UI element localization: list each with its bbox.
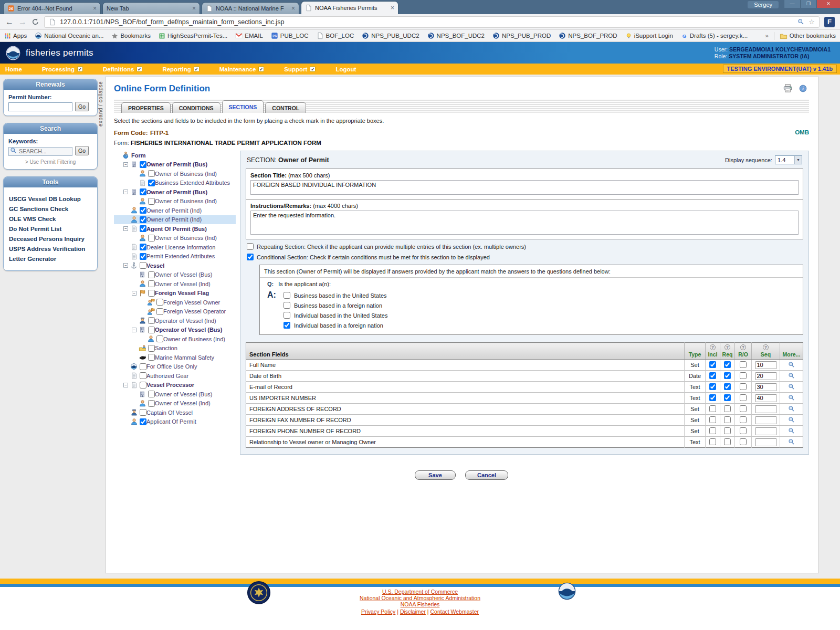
tree-node[interactable]: Owner of Business (Ind) <box>114 197 236 206</box>
tree-node[interactable]: Dealer License Information <box>114 243 236 252</box>
bookmark-item[interactable]: iSupport Login <box>625 33 673 39</box>
tree-expander-icon[interactable]: − <box>132 328 136 332</box>
tool-link[interactable]: USCG Vessel DB Lookup <box>9 196 92 202</box>
browser-tab[interactable]: NOAA :: National Marine F× <box>202 2 299 14</box>
bookmark-item[interactable]: NPS_BOF_PROD <box>559 32 617 39</box>
tree-checkbox[interactable] <box>148 391 155 397</box>
tree-checkbox[interactable] <box>140 216 146 223</box>
chrome-profile-button[interactable]: Sergey <box>748 1 779 8</box>
url-text[interactable]: 127.0.0.1:7101/NPS_BOF/bof_form_def/nps_… <box>60 18 794 26</box>
ro-checkbox[interactable] <box>740 438 747 445</box>
tree-node[interactable]: Owner of Vessel (Ind) <box>114 399 236 408</box>
field-more-icon[interactable] <box>788 372 795 379</box>
bookmark-star-icon[interactable]: ☆ <box>808 18 815 26</box>
address-bar[interactable]: 127.0.0.1:7101/NPS_BOF/bof_form_def/nps_… <box>44 16 820 28</box>
ro-checkbox[interactable] <box>740 416 747 423</box>
tree-node[interactable]: Owner of Business (Ind) <box>114 169 236 178</box>
bookmark-item[interactable]: NPS_PUB_PROD <box>492 32 551 39</box>
answer-option[interactable]: Business based in the United States <box>284 290 388 300</box>
extension-f-icon[interactable]: F <box>824 17 835 27</box>
footer-sub-link[interactable]: Disclaimer <box>400 608 426 615</box>
footer-sub-link[interactable]: Contact Webmaster <box>430 608 479 615</box>
nav-item-processing[interactable]: Processing✓ <box>42 66 83 72</box>
help-icon[interactable]: ? <box>710 344 716 350</box>
tree-checkbox[interactable] <box>148 235 155 242</box>
browser-tab[interactable]: New Tab× <box>102 2 200 14</box>
ro-checkbox[interactable] <box>740 394 747 401</box>
tool-link[interactable]: OLE VMS Check <box>9 216 92 222</box>
tree-node[interactable]: Captain Of Vessel <box>114 408 236 417</box>
answer-checkbox[interactable] <box>284 292 290 299</box>
seq-input[interactable] <box>755 438 776 446</box>
cancel-button[interactable]: Cancel <box>465 470 508 480</box>
tree-node[interactable]: Foreign Vessel Owner <box>114 298 236 307</box>
tree-checkbox[interactable] <box>140 225 146 232</box>
answer-option[interactable]: Individual based in the United States <box>284 310 388 320</box>
tree-checkbox[interactable] <box>140 262 146 269</box>
info-icon[interactable]: i <box>799 85 807 92</box>
bookmark-item[interactable]: Bookmarks <box>111 33 151 39</box>
tree-node[interactable]: Sanction <box>114 344 236 353</box>
tree-node[interactable]: Applicant Of Permit <box>114 417 236 427</box>
tree-node[interactable]: Authorized Gear <box>114 371 236 381</box>
tree-node[interactable]: Permit Extended Attributes <box>114 252 236 261</box>
browser-tab[interactable]: NOAA Fisheries Permits× <box>301 1 398 14</box>
nav-dropdown-icon[interactable]: ✓ <box>258 66 264 72</box>
tab-control[interactable]: CONTROL <box>265 102 306 113</box>
tab-close-icon[interactable]: × <box>391 5 394 11</box>
tree-checkbox[interactable] <box>140 409 146 416</box>
req-checkbox[interactable] <box>724 416 731 423</box>
footer-link[interactable]: National Oceanic and Atmospheric Adminis… <box>360 595 480 601</box>
maximize-button[interactable]: ❐ <box>800 0 816 8</box>
search-go-button[interactable]: Go <box>75 146 89 155</box>
tree-checkbox[interactable] <box>148 290 155 297</box>
tab-close-icon[interactable]: × <box>291 5 295 12</box>
tree-checkbox[interactable] <box>148 327 155 333</box>
field-more-icon[interactable] <box>788 405 795 412</box>
ro-checkbox[interactable] <box>740 361 747 368</box>
seq-input[interactable] <box>755 372 776 380</box>
renewals-go-button[interactable]: Go <box>75 102 89 111</box>
footer-link[interactable]: U.S. Department of Commerce <box>382 589 458 595</box>
tree-checkbox[interactable] <box>148 271 155 278</box>
ro-checkbox[interactable] <box>740 372 747 379</box>
answer-option[interactable]: Individual based in a foreign nation <box>284 320 388 330</box>
tree-expander-icon[interactable]: − <box>123 383 128 387</box>
forward-icon[interactable]: → <box>18 18 27 26</box>
repeating-section-checkbox[interactable] <box>247 243 254 250</box>
tree-node[interactable]: Owner of Permit (Ind) <box>114 206 236 215</box>
req-checkbox[interactable] <box>724 372 731 379</box>
seq-input[interactable] <box>755 405 776 413</box>
tree-node[interactable]: −Foreign Vessel Flag <box>114 289 236 298</box>
bookmark-item[interactable]: BOF_LOC <box>317 32 354 39</box>
ro-checkbox[interactable] <box>740 427 747 434</box>
tree-expander-icon[interactable]: − <box>132 291 136 296</box>
field-more-icon[interactable] <box>788 383 795 390</box>
browser-tab[interactable]: 26Error 404--Not Found× <box>3 2 101 14</box>
tree-checkbox[interactable] <box>148 180 155 186</box>
req-checkbox[interactable] <box>724 394 731 401</box>
tab-close-icon[interactable]: × <box>93 5 97 12</box>
expand-collapse-handle[interactable]: expand / collapse <box>98 79 105 129</box>
save-button[interactable]: Save <box>415 470 456 480</box>
minimize-button[interactable]: — <box>784 0 800 8</box>
tree-checkbox[interactable] <box>140 253 146 260</box>
tree-node[interactable]: Business Extended Attributes <box>114 178 236 188</box>
incl-checkbox[interactable] <box>709 438 716 445</box>
tool-link[interactable]: Deceased Persons Inquiry <box>9 236 92 242</box>
tree-checkbox[interactable] <box>156 308 163 315</box>
nav-dropdown-icon[interactable]: ✓ <box>310 66 316 72</box>
tree-checkbox[interactable] <box>140 363 146 370</box>
tree-node[interactable]: Marine Mammal Safety <box>114 353 236 362</box>
tree-node[interactable]: −Agent Of Permit (Bus) <box>114 224 236 234</box>
tree-checkbox[interactable] <box>140 188 146 195</box>
close-button[interactable]: ✕ <box>816 0 840 8</box>
permit-filtering-link[interactable]: > Use Permit Filtering <box>8 159 92 165</box>
nav-item-reporting[interactable]: Reporting✓ <box>162 66 199 72</box>
nav-item-home[interactable]: Home <box>5 66 22 72</box>
nav-dropdown-icon[interactable]: ✓ <box>194 66 200 72</box>
tree-expander-icon[interactable]: − <box>123 162 128 167</box>
seq-input[interactable] <box>755 361 776 369</box>
req-checkbox[interactable] <box>724 427 731 434</box>
tree-checkbox[interactable] <box>148 170 155 177</box>
